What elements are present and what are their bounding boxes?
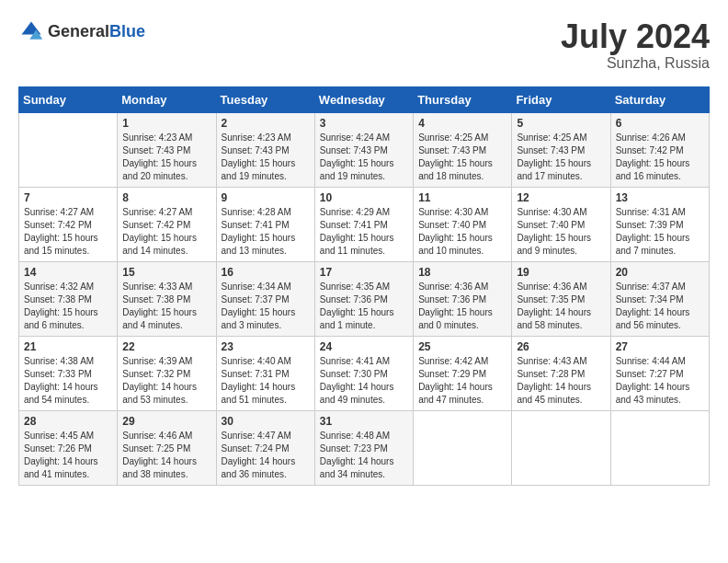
day-number: 16 xyxy=(222,266,310,279)
cell-content: Sunrise: 4:29 AMSunset: 7:41 PMDaylight:… xyxy=(320,206,408,258)
logo-blue-text: Blue xyxy=(109,22,145,40)
calendar-cell xyxy=(414,410,512,485)
calendar-cell: 12Sunrise: 4:30 AMSunset: 7:40 PMDayligh… xyxy=(512,187,610,261)
calendar-cell: 5Sunrise: 4:25 AMSunset: 7:43 PMDaylight… xyxy=(512,112,610,187)
cell-content: Sunrise: 4:37 AMSunset: 7:34 PMDaylight:… xyxy=(616,281,704,332)
calendar-cell xyxy=(610,410,709,485)
location-subtitle: Sunzha, Russia xyxy=(561,55,710,72)
day-number: 7 xyxy=(24,191,112,204)
day-number: 1 xyxy=(122,117,210,130)
cell-content: Sunrise: 4:34 AMSunset: 7:37 PMDaylight:… xyxy=(222,281,310,332)
calendar-cell: 19Sunrise: 4:36 AMSunset: 7:35 PMDayligh… xyxy=(512,261,610,336)
calendar-cell: 25Sunrise: 4:42 AMSunset: 7:29 PMDayligh… xyxy=(414,336,512,410)
cell-content: Sunrise: 4:30 AMSunset: 7:40 PMDaylight:… xyxy=(517,206,605,258)
day-number: 4 xyxy=(418,117,506,130)
cell-content: Sunrise: 4:48 AMSunset: 7:23 PMDaylight:… xyxy=(320,430,408,481)
day-number: 25 xyxy=(418,340,506,353)
cell-content: Sunrise: 4:28 AMSunset: 7:41 PMDaylight:… xyxy=(222,206,310,258)
calendar-cell: 29Sunrise: 4:46 AMSunset: 7:25 PMDayligh… xyxy=(118,410,216,485)
week-row-4: 21Sunrise: 4:38 AMSunset: 7:33 PMDayligh… xyxy=(19,336,710,410)
day-number: 21 xyxy=(24,340,112,353)
weekday-header-row: SundayMondayTuesdayWednesdayThursdayFrid… xyxy=(19,86,710,112)
calendar-cell: 24Sunrise: 4:41 AMSunset: 7:30 PMDayligh… xyxy=(314,336,413,410)
weekday-header-friday: Friday xyxy=(512,86,610,112)
calendar-cell: 22Sunrise: 4:39 AMSunset: 7:32 PMDayligh… xyxy=(118,336,216,410)
cell-content: Sunrise: 4:42 AMSunset: 7:29 PMDaylight:… xyxy=(418,355,506,407)
calendar-cell: 20Sunrise: 4:37 AMSunset: 7:34 PMDayligh… xyxy=(610,261,709,336)
cell-content: Sunrise: 4:33 AMSunset: 7:38 PMDaylight:… xyxy=(122,281,210,332)
cell-content: Sunrise: 4:38 AMSunset: 7:33 PMDaylight:… xyxy=(24,355,112,407)
day-number: 26 xyxy=(517,340,605,353)
calendar-table: SundayMondayTuesdayWednesdayThursdayFrid… xyxy=(18,86,710,486)
cell-content: Sunrise: 4:31 AMSunset: 7:39 PMDaylight:… xyxy=(616,206,704,258)
calendar-cell: 15Sunrise: 4:33 AMSunset: 7:38 PMDayligh… xyxy=(118,261,216,336)
calendar-cell: 26Sunrise: 4:43 AMSunset: 7:28 PMDayligh… xyxy=(512,336,610,410)
day-number: 10 xyxy=(320,191,408,204)
day-number: 15 xyxy=(122,266,210,279)
calendar-cell xyxy=(19,112,118,187)
weekday-header-wednesday: Wednesday xyxy=(314,86,413,112)
calendar-cell: 3Sunrise: 4:24 AMSunset: 7:43 PMDaylight… xyxy=(314,112,413,187)
calendar-cell: 17Sunrise: 4:35 AMSunset: 7:36 PMDayligh… xyxy=(314,261,413,336)
cell-content: Sunrise: 4:44 AMSunset: 7:27 PMDaylight:… xyxy=(616,355,704,407)
cell-content: Sunrise: 4:23 AMSunset: 7:43 PMDaylight:… xyxy=(122,132,210,183)
calendar-cell: 1Sunrise: 4:23 AMSunset: 7:43 PMDaylight… xyxy=(118,112,216,187)
calendar-cell: 27Sunrise: 4:44 AMSunset: 7:27 PMDayligh… xyxy=(610,336,709,410)
cell-content: Sunrise: 4:23 AMSunset: 7:43 PMDaylight:… xyxy=(222,132,310,183)
day-number: 24 xyxy=(320,340,408,353)
day-number: 17 xyxy=(320,266,408,279)
day-number: 2 xyxy=(222,117,310,130)
calendar-cell: 21Sunrise: 4:38 AMSunset: 7:33 PMDayligh… xyxy=(19,336,118,410)
cell-content: Sunrise: 4:24 AMSunset: 7:43 PMDaylight:… xyxy=(320,132,408,183)
day-number: 27 xyxy=(616,340,704,353)
day-number: 11 xyxy=(418,191,506,204)
day-number: 23 xyxy=(222,340,310,353)
day-number: 9 xyxy=(222,191,310,204)
calendar-cell: 11Sunrise: 4:30 AMSunset: 7:40 PMDayligh… xyxy=(414,187,512,261)
day-number: 30 xyxy=(222,415,310,428)
day-number: 5 xyxy=(517,117,605,130)
cell-content: Sunrise: 4:45 AMSunset: 7:26 PMDaylight:… xyxy=(24,430,112,481)
calendar-cell: 18Sunrise: 4:36 AMSunset: 7:36 PMDayligh… xyxy=(414,261,512,336)
month-year-title: July 2024 xyxy=(561,18,710,55)
calendar-cell: 6Sunrise: 4:26 AMSunset: 7:42 PMDaylight… xyxy=(610,112,709,187)
page-header: GeneralBlue July 2024 Sunzha, Russia xyxy=(18,18,710,72)
cell-content: Sunrise: 4:39 AMSunset: 7:32 PMDaylight:… xyxy=(122,355,210,407)
logo-icon xyxy=(18,18,44,44)
calendar-cell: 30Sunrise: 4:47 AMSunset: 7:24 PMDayligh… xyxy=(216,410,314,485)
calendar-cell xyxy=(512,410,610,485)
day-number: 19 xyxy=(517,266,605,279)
day-number: 29 xyxy=(122,415,210,428)
day-number: 20 xyxy=(616,266,704,279)
calendar-cell: 10Sunrise: 4:29 AMSunset: 7:41 PMDayligh… xyxy=(314,187,413,261)
weekday-header-thursday: Thursday xyxy=(414,86,512,112)
day-number: 28 xyxy=(24,415,112,428)
day-number: 31 xyxy=(320,415,408,428)
week-row-1: 1Sunrise: 4:23 AMSunset: 7:43 PMDaylight… xyxy=(19,112,710,187)
cell-content: Sunrise: 4:26 AMSunset: 7:42 PMDaylight:… xyxy=(616,132,704,183)
day-number: 14 xyxy=(24,266,112,279)
calendar-cell: 2Sunrise: 4:23 AMSunset: 7:43 PMDaylight… xyxy=(216,112,314,187)
calendar-cell: 13Sunrise: 4:31 AMSunset: 7:39 PMDayligh… xyxy=(610,187,709,261)
cell-content: Sunrise: 4:32 AMSunset: 7:38 PMDaylight:… xyxy=(24,281,112,332)
day-number: 6 xyxy=(616,117,704,130)
cell-content: Sunrise: 4:43 AMSunset: 7:28 PMDaylight:… xyxy=(517,355,605,407)
calendar-cell: 8Sunrise: 4:27 AMSunset: 7:42 PMDaylight… xyxy=(118,187,216,261)
weekday-header-sunday: Sunday xyxy=(19,86,118,112)
day-number: 13 xyxy=(616,191,704,204)
cell-content: Sunrise: 4:40 AMSunset: 7:31 PMDaylight:… xyxy=(222,355,310,407)
weekday-header-tuesday: Tuesday xyxy=(216,86,314,112)
logo-general-text: General xyxy=(48,22,109,40)
logo: GeneralBlue xyxy=(18,18,145,44)
day-number: 22 xyxy=(122,340,210,353)
day-number: 3 xyxy=(320,117,408,130)
cell-content: Sunrise: 4:30 AMSunset: 7:40 PMDaylight:… xyxy=(418,206,506,258)
cell-content: Sunrise: 4:36 AMSunset: 7:35 PMDaylight:… xyxy=(517,281,605,332)
calendar-cell: 4Sunrise: 4:25 AMSunset: 7:43 PMDaylight… xyxy=(414,112,512,187)
title-block: July 2024 Sunzha, Russia xyxy=(561,18,710,72)
calendar-cell: 23Sunrise: 4:40 AMSunset: 7:31 PMDayligh… xyxy=(216,336,314,410)
week-row-3: 14Sunrise: 4:32 AMSunset: 7:38 PMDayligh… xyxy=(19,261,710,336)
calendar-cell: 7Sunrise: 4:27 AMSunset: 7:42 PMDaylight… xyxy=(19,187,118,261)
calendar-cell: 16Sunrise: 4:34 AMSunset: 7:37 PMDayligh… xyxy=(216,261,314,336)
weekday-header-monday: Monday xyxy=(118,86,216,112)
